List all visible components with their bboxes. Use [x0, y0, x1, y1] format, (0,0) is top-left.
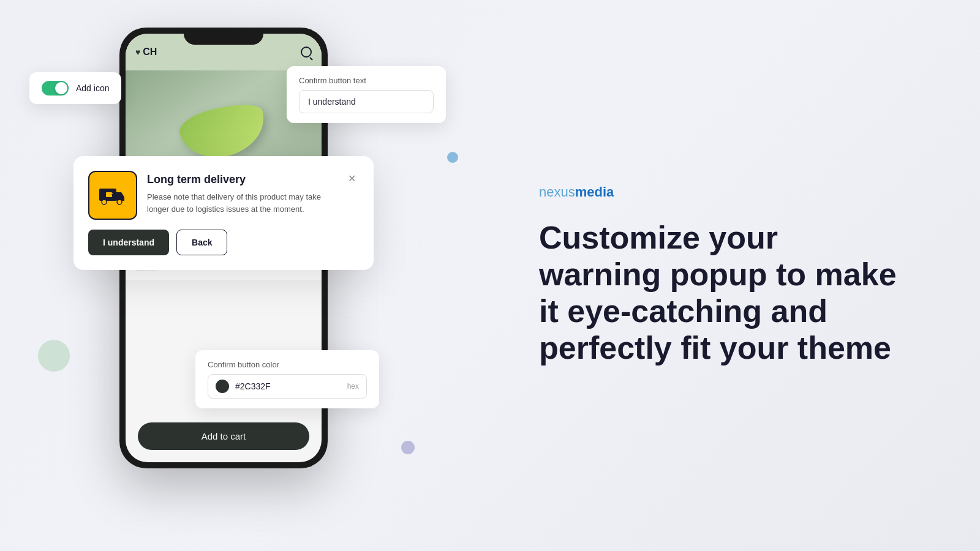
svg-point-2 — [117, 200, 122, 204]
back-button[interactable]: Back — [176, 230, 227, 255]
decorative-dot-blue-top — [447, 152, 458, 163]
toggle-label: Add icon — [76, 83, 109, 93]
toggle-card: Add icon — [29, 72, 121, 104]
heart-icon: ♥ — [135, 47, 140, 57]
popup-header: Long term delivery Please note that deli… — [88, 171, 359, 220]
color-input-row[interactable]: #2C332F hex — [208, 374, 367, 399]
toggle-thumb — [55, 82, 67, 94]
popup-description: Please note that delivery of this produc… — [147, 191, 334, 215]
confirm-button[interactable]: I understand — [88, 230, 169, 255]
confirm-text-label: Confirm button text — [299, 76, 434, 85]
brand-name: nexusmedia — [539, 184, 919, 200]
add-icon-toggle[interactable] — [42, 81, 69, 96]
color-card-label: Confirm button color — [208, 360, 367, 369]
decorative-dot-purple — [401, 441, 415, 454]
warning-popup: Long term delivery Please note that deli… — [74, 156, 374, 270]
popup-title: Long term delivery — [147, 173, 334, 186]
phone-logo-text: CH — [143, 47, 157, 58]
color-swatch — [216, 380, 229, 393]
phone-notch — [184, 28, 263, 45]
right-panel: nexusmedia Customize your warning popup … — [478, 0, 980, 551]
hex-label: hex — [347, 382, 359, 391]
popup-buttons: I understand Back — [88, 230, 359, 255]
color-picker-card: Confirm button color #2C332F hex — [195, 350, 379, 408]
add-to-cart-button[interactable]: Add to cart — [138, 422, 309, 450]
truck-icon — [97, 180, 128, 211]
brand-nexus: nexus — [539, 184, 575, 200]
brand-media: media — [575, 184, 614, 200]
phone-logo: ♥ CH — [135, 47, 157, 58]
popup-close-button[interactable]: ✕ — [344, 171, 359, 186]
svg-point-1 — [102, 200, 107, 204]
popup-title-area: Long term delivery Please note that deli… — [147, 171, 334, 215]
decorative-dot-green — [38, 340, 70, 372]
confirm-text-card: Confirm button text — [287, 66, 446, 123]
color-value: #2C332F — [235, 381, 341, 391]
confirm-text-input[interactable] — [299, 90, 434, 113]
popup-icon-box — [88, 171, 137, 220]
phone-search-icon[interactable] — [301, 47, 312, 58]
main-heading: Customize your warning popup to make it … — [539, 220, 907, 366]
